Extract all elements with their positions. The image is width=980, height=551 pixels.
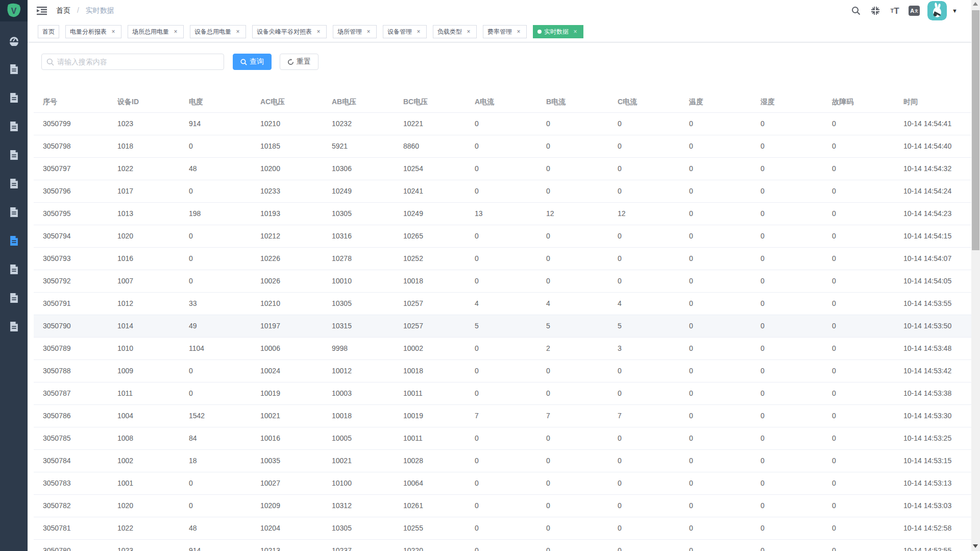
table-row[interactable]: 305078410021810035100211002800000010-14 … <box>34 449 974 472</box>
sidebar-item-0[interactable] <box>0 26 28 55</box>
table-cell: 3050791 <box>34 292 108 315</box>
translate-icon[interactable]: A文 <box>908 5 920 17</box>
tab-场所管理[interactable]: 场所管理× <box>333 25 377 38</box>
hamburger-icon[interactable] <box>32 3 52 18</box>
sidebar-item-1[interactable] <box>0 55 28 83</box>
table-cell: 0 <box>608 449 680 472</box>
table-row[interactable]: 305079110123310210103051025744400010-14 … <box>34 292 974 315</box>
exit-fullscreen-icon[interactable] <box>869 5 881 17</box>
table-row[interactable]: 30507871011010019100031001100000010-14 1… <box>34 382 974 404</box>
reset-button[interactable]: 重置 <box>280 54 318 70</box>
sidebar-item-8[interactable] <box>0 255 28 283</box>
table-cell: 0 <box>823 382 894 404</box>
table-row[interactable]: 30507821020010209103121026100000010-14 1… <box>34 494 974 517</box>
table-row[interactable]: 30507931016010226102781025200000010-14 1… <box>34 247 974 270</box>
close-tab-icon[interactable]: × <box>415 28 422 35</box>
table-row[interactable]: 30507961017010233102491024100000010-14 1… <box>34 180 974 202</box>
breadcrumb-home[interactable]: 首页 <box>56 6 70 14</box>
table-row[interactable]: 305079010144910197103151025755500010-14 … <box>34 315 974 337</box>
close-tab-icon[interactable]: × <box>234 28 241 35</box>
sidebar-item-9[interactable] <box>0 283 28 312</box>
table-cell: 10016 <box>251 427 323 449</box>
search-input[interactable] <box>57 58 224 66</box>
table-row[interactable]: 30507921007010026100101001800000010-14 1… <box>34 270 974 292</box>
sidebar-item-3[interactable] <box>0 112 28 140</box>
table-cell: 2 <box>537 337 608 360</box>
table-cell: 0 <box>608 517 680 539</box>
tab-实时数据[interactable]: 实时数据× <box>533 25 583 38</box>
tab-设备尖峰平谷对照表[interactable]: 设备尖峰平谷对照表× <box>252 25 327 38</box>
table-cell: 0 <box>680 472 751 494</box>
query-button[interactable]: 查询 <box>233 54 272 70</box>
tab-设备总用电量[interactable]: 设备总用电量× <box>190 25 246 38</box>
search-row: 查询 重置 <box>41 54 974 70</box>
table-cell: 3050782 <box>34 494 108 517</box>
sidebar-item-10[interactable] <box>0 312 28 341</box>
table-cell: 3 <box>608 337 680 360</box>
close-tab-icon[interactable]: × <box>315 28 322 35</box>
table-cell: 1023 <box>108 539 180 551</box>
table-cell: 0 <box>608 225 680 247</box>
tab-负载类型[interactable]: 负载类型× <box>433 25 477 38</box>
table-row[interactable]: 30507861004154210021100181001977700010-1… <box>34 404 974 427</box>
tab-电量分析报表[interactable]: 电量分析报表× <box>65 25 121 38</box>
table-cell: 0 <box>751 472 823 494</box>
sidebar-item-4[interactable] <box>0 140 28 169</box>
table-cell: 0 <box>751 135 823 157</box>
tab-费率管理[interactable]: 费率管理× <box>483 25 527 38</box>
sidebar-item-2[interactable] <box>0 83 28 112</box>
tab-首页[interactable]: 首页 <box>38 25 59 38</box>
header-search-icon[interactable] <box>850 5 862 17</box>
table-row[interactable]: 30507881009010024100121001800000010-14 1… <box>34 360 974 382</box>
sidebar-item-7-active[interactable] <box>0 226 28 255</box>
table-cell: 0 <box>751 247 823 270</box>
close-tab-icon[interactable]: × <box>172 28 179 35</box>
document-icon <box>9 64 19 75</box>
close-tab-icon[interactable]: × <box>572 28 579 35</box>
table-row[interactable]: 305078510088410016100051001100000010-14 … <box>34 427 974 449</box>
table-row[interactable]: 30507941020010212103161026500000010-14 1… <box>34 225 974 247</box>
table-row[interactable]: 3050780102391410213102371022000000010-14… <box>34 539 974 551</box>
table-cell: 0 <box>680 270 751 292</box>
close-tab-icon[interactable]: × <box>465 28 472 35</box>
table-row[interactable]: 305078110224810204103051025500000010-14 … <box>34 517 974 539</box>
table-cell: 0 <box>537 225 608 247</box>
close-tab-icon[interactable]: × <box>365 28 372 35</box>
close-tab-icon[interactable]: × <box>515 28 522 35</box>
table-row[interactable]: 3050799102391410210102321022100000010-14… <box>34 112 974 135</box>
table-row[interactable]: 3050789101011041000699981000202300010-14… <box>34 337 974 360</box>
vertical-scrollbar[interactable] <box>971 0 980 551</box>
page-content: 查询 重置 序号设备ID电度AC电压AB <box>28 42 980 551</box>
table-row[interactable]: 30507831001010027101001006400000010-14 1… <box>34 472 974 494</box>
table-cell: 1010 <box>108 337 180 360</box>
table-cell: 0 <box>537 270 608 292</box>
scrollbar-up-arrow-icon[interactable] <box>973 2 978 6</box>
tab-设备管理[interactable]: 设备管理× <box>383 25 427 38</box>
font-size-big-t: T <box>894 7 899 15</box>
scrollbar-down-arrow-icon[interactable] <box>973 544 978 548</box>
table-cell: 33 <box>180 292 251 315</box>
table-cell: 48 <box>180 517 251 539</box>
table-cell: 3050784 <box>34 449 108 472</box>
table-cell: 1022 <box>108 517 180 539</box>
font-size-icon[interactable]: TT <box>889 5 901 17</box>
table-row[interactable]: 3050795101319810193103051024913121200010… <box>34 202 974 225</box>
sidebar-item-6[interactable] <box>0 198 28 226</box>
close-tab-icon[interactable]: × <box>110 28 117 35</box>
table-row[interactable]: 305079810180101855921886000000010-14 14:… <box>34 135 974 157</box>
avatar[interactable] <box>927 1 947 20</box>
tab-场所总用电量[interactable]: 场所总用电量× <box>128 25 184 38</box>
column-header-BC电压: BC电压 <box>394 92 465 112</box>
table-cell: 0 <box>180 270 251 292</box>
table-cell: 0 <box>465 427 537 449</box>
table-row[interactable]: 305079710224810200103061025400000010-14 … <box>34 157 974 180</box>
sidebar-item-5[interactable] <box>0 169 28 198</box>
navbar: 首页 / 实时数据 <box>28 0 980 21</box>
app-logo[interactable]: V <box>0 0 28 21</box>
table-cell: 0 <box>537 247 608 270</box>
table-cell: 1004 <box>108 404 180 427</box>
avatar-caret-down-icon[interactable]: ▼ <box>952 8 958 14</box>
scrollbar-thumb[interactable] <box>972 10 979 250</box>
table-cell: 3050789 <box>34 337 108 360</box>
table-cell: 10193 <box>251 202 323 225</box>
